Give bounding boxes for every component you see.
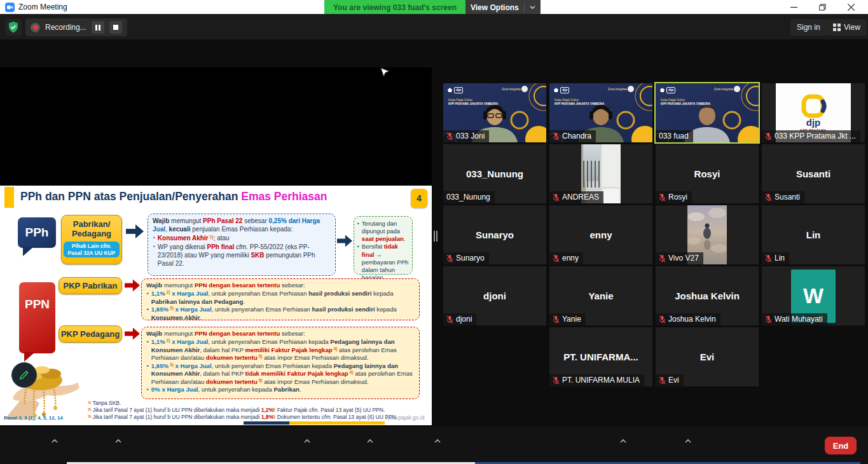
- pause-recording-button[interactable]: [92, 21, 104, 34]
- muted-mic-icon: [765, 315, 772, 324]
- chevron-up-icon[interactable]: [303, 435, 311, 440]
- view-options-dropdown[interactable]: View Options: [465, 0, 541, 15]
- pabrikan-pedagang-box: Pabrikan/ Pedagang Pihak Lain cfm. Pasal…: [61, 215, 122, 264]
- minimize-button[interactable]: [785, 0, 803, 14]
- zoom-meeting-window: Zoom Meeting You are viewing 033 fuad's …: [0, 0, 868, 464]
- panel-resize-handle[interactable]: [434, 231, 439, 242]
- participant-tile[interactable]: 033_Nunung033_Nunung: [443, 144, 546, 203]
- chevron-up-icon[interactable]: [51, 435, 59, 440]
- presentation-slide: PPh dan PPN atas Penjualan/Penyerahan Em…: [0, 186, 432, 425]
- stop-recording-button[interactable]: [109, 21, 122, 34]
- annotate-button[interactable]: [11, 362, 37, 388]
- participant-name-label: Sunaryo: [443, 252, 489, 264]
- participant-tile[interactable]: PT. UNIFARMA...PT. UNIFARMA MULIA: [549, 327, 652, 386]
- participant-tile[interactable]: djp Kelas Pajak Online KPP PRATAMA JAKAR…: [549, 83, 652, 142]
- sign-in-button[interactable]: Sign in: [790, 19, 827, 36]
- pph-rule-box: Wajib memungut PPh Pasal 22 sebesar 0,25…: [148, 214, 336, 276]
- shared-screen-area: PPh dan PPN atas Penjualan/Penyerahan Em…: [0, 67, 432, 410]
- zona-integritas-text: Zona Integritas: [502, 88, 521, 91]
- muted-mic-icon: [446, 315, 453, 324]
- arrow-right-icon: [126, 224, 144, 239]
- chevron-down-icon: [530, 6, 535, 10]
- close-button[interactable]: [842, 0, 860, 14]
- recording-indicator: Recording...: [25, 18, 127, 36]
- grid-view-icon: [833, 24, 841, 31]
- meeting-topbar: [0, 14, 868, 39]
- view-button[interactable]: View: [827, 19, 867, 36]
- slide-page-number: 4: [411, 189, 427, 208]
- participant-tile[interactable]: ennyenny: [549, 205, 652, 264]
- chevron-up-icon[interactable]: [434, 435, 441, 440]
- participant-tile[interactable]: djp Kelas Pajak Online KPP PRATAMA JAKAR…: [443, 83, 546, 142]
- participant-name-label: Vivo V27: [656, 252, 703, 264]
- encryption-shield-icon[interactable]: [5, 19, 22, 36]
- muted-mic-icon: [553, 193, 560, 201]
- mouse-cursor-icon: [380, 67, 390, 79]
- participant-tile[interactable]: SunaryoSunaryo: [443, 205, 546, 264]
- restore-button[interactable]: [813, 0, 831, 14]
- footnote-4: 4) Faktur Pajak cfm. Pasal 13 ayat (5) U…: [272, 407, 385, 413]
- meeting-toolbar: Unmute Stop Video Security18 Participant…: [0, 427, 868, 464]
- chevron-up-icon[interactable]: [366, 435, 374, 440]
- participant-name-label: 033 Joni: [443, 130, 489, 142]
- participant-tile[interactable]: SusantiSusanti: [762, 144, 865, 203]
- arrow-right-icon: [337, 234, 352, 248]
- recording-dot-icon: [31, 23, 40, 32]
- footnote-5: 5) Dokumen tertentu cfm. Pasal 13 ayat (…: [272, 414, 397, 420]
- chevron-up-icon[interactable]: [114, 435, 122, 440]
- muted-mic-icon: [765, 193, 772, 201]
- participant-tile[interactable]: ANDREAS: [549, 144, 652, 203]
- slide-title-accent-bar: [4, 187, 14, 208]
- participant-name-label: enny: [549, 252, 583, 264]
- muted-mic-icon: [659, 193, 666, 201]
- participant-tile[interactable]: Joshua KelvinJoshua Kelvin: [656, 266, 759, 325]
- participant-tile[interactable]: RosyiRosyi: [656, 144, 759, 203]
- participant-name-label: ANDREAS: [549, 191, 603, 203]
- participant-tile[interactable]: Vivo V27: [656, 205, 759, 264]
- arrow-right-icon: [125, 327, 140, 341]
- chevron-up-icon[interactable]: [684, 435, 692, 440]
- participant-tile[interactable]: EviEvi: [656, 327, 759, 386]
- slide-website: www.pajak.go.id: [385, 414, 424, 421]
- footnote-1: 1) Tanpa SKB.: [88, 400, 121, 406]
- participant-tile[interactable]: LinLin: [762, 205, 865, 264]
- muted-mic-icon: [659, 254, 666, 263]
- chevron-up-icon[interactable]: [619, 435, 627, 440]
- pph-note-box: Terutang dan dipungut pada saat penjuala…: [354, 216, 413, 275]
- participant-name-label: 033 KPP Pratama Jkt ...: [762, 130, 860, 142]
- muted-mic-icon: [446, 132, 453, 140]
- footnote-3: 3) Jika tarif Pasal 7 ayat (1) huruf b U…: [88, 414, 275, 420]
- participant-tile[interactable]: djp Kelas Pajak Online KPP PRATAMA JAKAR…: [656, 83, 759, 142]
- participant-name-label: Susanti: [762, 191, 804, 203]
- pph-bubble: PPh: [18, 217, 56, 248]
- djp-logo: [799, 93, 828, 120]
- participant-name-label: Yanie: [549, 313, 586, 325]
- zoom-app-icon: [5, 3, 15, 12]
- slide-title: PPh dan PPN atas Penjualan/Penyerahan Em…: [20, 190, 327, 203]
- djp-logo: djp: [554, 87, 569, 93]
- participant-name-label: Evi: [656, 374, 684, 386]
- participant-tile[interactable]: YanieYanie: [549, 266, 652, 325]
- footnote-2: 2) Jika tarif Pasal 7 ayat (1) huruf b U…: [88, 407, 275, 413]
- participant-name-label: Chandra: [549, 130, 596, 142]
- kelas-pajak-text: Kelas Pajak Online: [448, 99, 472, 102]
- participant-tile[interactable]: djonidjoni: [443, 266, 546, 325]
- view-options-label: View Options: [471, 3, 519, 12]
- participant-name-label: 033_Nunung: [443, 191, 495, 203]
- djp-logo: djp: [448, 87, 463, 93]
- slide-title-accent: Emas Perhiasan: [241, 190, 327, 203]
- slide-footer-bar: [244, 421, 289, 425]
- participant-name-label: Joshua Kelvin: [656, 313, 720, 325]
- muted-mic-icon: [553, 132, 560, 140]
- zona-integritas-text: Zona Integritas: [608, 88, 627, 91]
- kelas-pajak-text: Kelas Pajak Online: [555, 99, 579, 102]
- end-meeting-button[interactable]: End: [825, 437, 857, 454]
- muted-mic-icon: [765, 132, 772, 140]
- participant-name-label: PT. UNIFARMA MULIA: [549, 374, 644, 386]
- participant-name-label: Wati Muhayati: [762, 313, 827, 325]
- participant-tile[interactable]: djp KPP PRATAMA 033 KPP Pratama Jkt ...: [762, 83, 865, 142]
- ppn-pedagang-rule-box: Wajib memungut PPN dengan besaran terten…: [141, 327, 420, 399]
- muted-mic-icon: [446, 254, 453, 263]
- participant-tile[interactable]: WWati Muhayati: [762, 266, 865, 325]
- participant-name-label: Rosyi: [656, 191, 692, 203]
